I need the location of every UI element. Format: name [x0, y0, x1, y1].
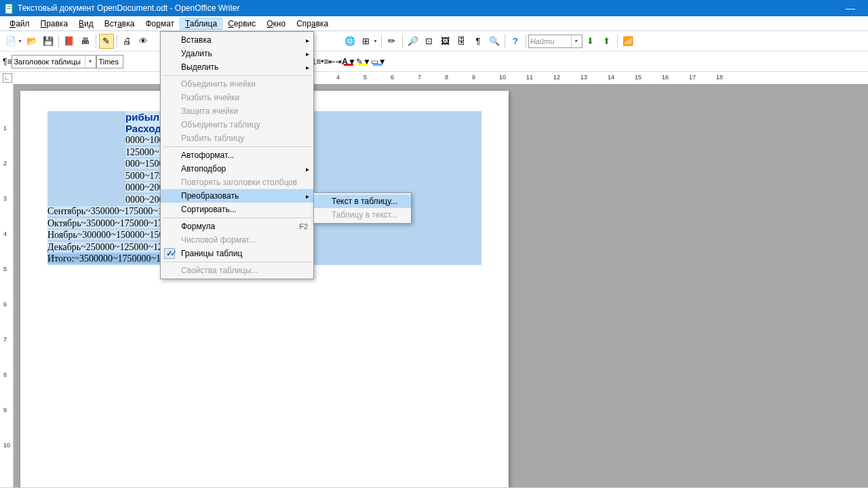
- open-button[interactable]: 📂: [24, 34, 39, 49]
- ruler-tick: 16: [662, 74, 669, 81]
- doc-line: Ноябрь~300000~150000~150000: [47, 230, 178, 240]
- menu-item[interactable]: ФормулаF2: [161, 220, 313, 233]
- help-button[interactable]: ?: [508, 34, 523, 49]
- font-color-button[interactable]: A: [342, 57, 348, 66]
- horizontal-ruler[interactable]: 456789101112131415161718: [18, 73, 868, 83]
- document-canvas[interactable]: рибыли организации по месяцам Расходы~Пр…: [14, 84, 868, 487]
- find-replace-button[interactable]: 🔎: [406, 34, 420, 49]
- ruler-tick: 4: [336, 74, 340, 81]
- menu-table[interactable]: Таблица: [180, 18, 222, 30]
- ruler-corner[interactable]: ∟: [3, 73, 12, 83]
- bullet-list-button[interactable]: •≡: [321, 57, 328, 66]
- find-prev-button[interactable]: ⬆: [599, 34, 614, 49]
- toolbar-standard: 📄▼ 📂 💾 📕 🖶 ✎ 🖨 👁 🌐 ⊞▼ ✏ 🔎 ⊡ 🖼 🗄 ¶ 🔍 ? На…: [0, 31, 868, 52]
- menu-item[interactable]: Автоформат...: [161, 148, 313, 162]
- styles-button[interactable]: ¶≡: [3, 57, 12, 66]
- ruler-tick: 12: [553, 74, 560, 81]
- ruler-tick: 13: [580, 74, 587, 81]
- print-button[interactable]: 🖶: [78, 34, 93, 49]
- menubar: Файл Правка Вид Вставка Формат Таблица С…: [0, 16, 868, 31]
- menu-item[interactable]: Автоподбор: [161, 162, 313, 176]
- ruler-tick: 4: [3, 230, 7, 237]
- app-icon: [4, 3, 14, 13]
- signal-icon[interactable]: 📶: [620, 34, 635, 49]
- titlebar: Текстовый документ OpenDocument.odt - Op…: [0, 0, 868, 16]
- show-draw-button[interactable]: ✏: [384, 34, 399, 49]
- menu-item: Объединить ячейки: [161, 77, 313, 91]
- nonprinting-button[interactable]: ¶: [471, 34, 486, 49]
- menu-insert[interactable]: Вставка: [99, 18, 140, 30]
- window-title: Текстовый документ OpenDocument.odt - Op…: [18, 3, 837, 13]
- bg-color-button[interactable]: ▭: [371, 57, 378, 66]
- ruler-tick: 6: [3, 301, 7, 308]
- menu-edit[interactable]: Правка: [35, 18, 74, 30]
- gallery-button[interactable]: 🖼: [438, 34, 453, 49]
- menu-item[interactable]: Удалить: [161, 47, 313, 60]
- menu-item: Числовой формат...: [161, 233, 313, 247]
- page-preview-button[interactable]: 👁: [136, 34, 151, 49]
- save-button[interactable]: 💾: [41, 34, 56, 49]
- ruler-tick: 9: [472, 74, 475, 81]
- vertical-ruler[interactable]: 12345678910: [0, 84, 14, 487]
- svg-rect-2: [7, 8, 11, 9]
- menu-item: Объединить таблицу: [161, 118, 313, 131]
- toolbar-formatting: ¶≡ Заголовок таблицы▾ Times К Ч ≡ ≡ ≡ ≡ …: [0, 52, 868, 72]
- ruler-tick: 5: [363, 74, 367, 81]
- ruler-row: ∟ 456789101112131415161718: [0, 72, 868, 84]
- menu-item[interactable]: ✓Границы таблиц: [161, 247, 313, 260]
- ruler-tick: 8: [3, 371, 7, 378]
- edit-mode-button[interactable]: ✎: [99, 34, 114, 49]
- menu-window[interactable]: Окно: [261, 18, 291, 30]
- ruler-tick: 1: [3, 125, 7, 131]
- menu-item: Разбить таблицу: [161, 131, 313, 145]
- navigator-button[interactable]: ⊡: [422, 34, 437, 49]
- menu-item[interactable]: Выделить: [161, 60, 313, 74]
- ruler-tick: 6: [391, 74, 394, 81]
- convert-submenu: Текст в таблицу...Таблицу в текст...: [313, 192, 412, 224]
- menu-item[interactable]: Преобразовать: [161, 189, 313, 203]
- highlight-button[interactable]: ✎: [356, 57, 363, 66]
- ruler-tick: 17: [689, 74, 696, 81]
- datasources-button[interactable]: 🗄: [454, 34, 469, 49]
- hyperlink-button[interactable]: 🌐: [342, 34, 357, 49]
- find-input[interactable]: Найти▾: [528, 35, 583, 48]
- minimize-button[interactable]: —: [837, 3, 864, 14]
- submenu-item[interactable]: Текст в таблицу...: [314, 195, 411, 208]
- menu-view[interactable]: Вид: [73, 18, 99, 30]
- paragraph-style-combo[interactable]: Заголовок таблицы▾: [12, 55, 96, 68]
- increase-indent-button[interactable]: ⇥: [335, 57, 342, 66]
- zoom-button[interactable]: 🔍: [487, 34, 502, 49]
- decrease-indent-button[interactable]: ⇤: [328, 57, 335, 66]
- ruler-tick: 10: [3, 442, 10, 449]
- menu-help[interactable]: Справка: [291, 18, 334, 30]
- ruler-tick: 3: [3, 195, 7, 202]
- ruler-tick: 7: [3, 336, 7, 343]
- svg-rect-1: [7, 6, 11, 7]
- workspace: 12345678910 рибыли организации по месяца…: [0, 84, 868, 487]
- find-next-button[interactable]: ⬇: [583, 34, 598, 49]
- ruler-tick: 18: [716, 74, 723, 81]
- ruler-tick: 11: [526, 74, 533, 81]
- table-dropdown-menu: ВставкаУдалитьВыделитьОбъединить ячейкиР…: [160, 31, 314, 279]
- new-button[interactable]: 📄: [3, 34, 18, 49]
- print-preview-button[interactable]: 🖨: [120, 34, 135, 49]
- ruler-tick: 14: [608, 74, 614, 81]
- menu-item[interactable]: Вставка: [161, 33, 313, 47]
- menu-item[interactable]: Сортировать...: [161, 203, 313, 216]
- table-button[interactable]: ⊞: [359, 34, 374, 49]
- ruler-tick: 2: [3, 160, 7, 167]
- ruler-tick: 15: [635, 74, 642, 81]
- export-pdf-button[interactable]: 📕: [62, 34, 77, 49]
- menu-item: Свойства таблицы...: [161, 264, 313, 277]
- font-name-combo[interactable]: Times: [96, 55, 123, 68]
- menu-format[interactable]: Формат: [140, 18, 180, 30]
- ruler-tick: 8: [445, 74, 448, 81]
- menu-file[interactable]: Файл: [4, 18, 35, 30]
- submenu-item: Таблицу в текст...: [314, 208, 411, 222]
- ruler-tick: 7: [418, 74, 421, 81]
- ruler-tick: 10: [499, 74, 506, 81]
- ruler-tick: 5: [3, 266, 7, 272]
- menu-item: Повторять заголовки столбцов: [161, 176, 313, 189]
- ruler-tick: 9: [3, 407, 7, 413]
- menu-tools[interactable]: Сервис: [222, 18, 261, 30]
